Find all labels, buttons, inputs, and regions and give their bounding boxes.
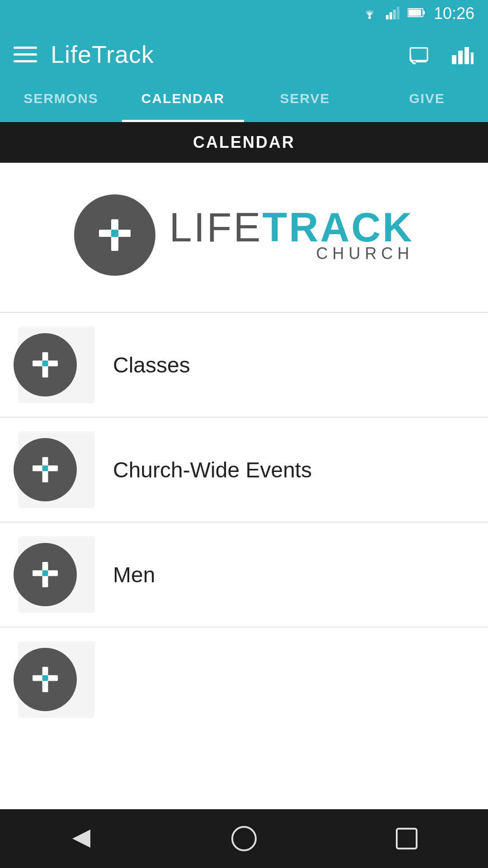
svg-marker-29 (72, 830, 90, 848)
svg-rect-3 (393, 9, 396, 19)
svg-rect-1 (386, 15, 389, 19)
svg-rect-2 (389, 12, 392, 19)
classes-icon (14, 333, 77, 396)
svg-rect-9 (416, 61, 427, 62)
church-wide-events-label: Church-Wide Events (113, 458, 312, 482)
svg-rect-31 (397, 829, 417, 849)
back-button[interactable] (59, 816, 104, 861)
classes-label: Classes (113, 353, 190, 377)
app-title: LifeTrack (51, 40, 154, 68)
logo-text-track: TRACK (263, 207, 414, 248)
svg-rect-25 (42, 570, 48, 576)
church-wide-events-icon (14, 438, 77, 501)
svg-rect-11 (458, 51, 463, 64)
analytics-icon[interactable] (451, 44, 474, 64)
svg-point-30 (232, 827, 256, 850)
logo-text-church: CHURCH (169, 244, 413, 263)
partial-icon (14, 648, 77, 711)
men-label: Men (113, 562, 155, 587)
recents-button[interactable] (384, 816, 429, 861)
svg-rect-28 (42, 675, 48, 681)
logo-text-life: LIFE (169, 207, 262, 248)
classes-icon-wrapper (18, 326, 95, 403)
signal-icon (386, 6, 399, 21)
tab-sermons[interactable]: SERMONS (0, 81, 122, 122)
home-button[interactable] (221, 816, 267, 861)
tab-calendar[interactable]: CALENDAR (122, 81, 244, 122)
partial-icon-wrapper (18, 641, 95, 718)
tab-bar: SERMONS CALENDAR SERVE GIVE (0, 81, 488, 122)
men-icon (14, 543, 77, 606)
main-content: LIFETRACK CHURCH Classes (0, 163, 488, 809)
svg-point-0 (368, 16, 371, 19)
svg-rect-7 (423, 11, 425, 14)
tab-give[interactable]: GIVE (366, 81, 488, 122)
svg-rect-19 (42, 360, 48, 366)
list-item-church-wide-events[interactable]: Church-Wide Events (0, 418, 488, 522)
logo-section: LIFETRACK CHURCH (0, 163, 488, 312)
status-bar: 10:26 (0, 0, 488, 27)
wifi-icon (361, 6, 378, 21)
tab-serve[interactable]: SERVE (244, 81, 366, 122)
battery-icon (408, 8, 426, 19)
svg-rect-16 (111, 230, 118, 237)
men-icon-wrapper (18, 536, 95, 613)
svg-rect-4 (397, 7, 399, 19)
svg-rect-13 (471, 52, 474, 64)
list-item-classes[interactable]: Classes (0, 313, 488, 417)
svg-rect-6 (408, 9, 421, 16)
cast-icon[interactable] (409, 44, 433, 64)
logo-text-block: LIFETRACK CHURCH (169, 207, 413, 263)
list-item-men[interactable]: Men (0, 523, 488, 627)
bottom-nav (0, 809, 488, 868)
app-bar: LifeTrack (0, 27, 488, 81)
svg-rect-10 (452, 55, 456, 64)
menu-button[interactable] (14, 47, 37, 62)
section-header: CALENDAR (0, 122, 488, 163)
status-icons: 10:26 (361, 4, 474, 23)
app-bar-right (409, 44, 474, 64)
logo-circle-icon (74, 194, 155, 276)
status-time: 10:26 (434, 4, 474, 23)
svg-rect-8 (410, 48, 427, 61)
church-wide-events-icon-wrapper (18, 431, 95, 508)
svg-rect-12 (465, 47, 469, 64)
section-header-title: CALENDAR (193, 133, 295, 152)
app-bar-left: LifeTrack (14, 40, 154, 68)
list-item-partial[interactable] (0, 627, 488, 718)
svg-rect-22 (42, 465, 48, 471)
